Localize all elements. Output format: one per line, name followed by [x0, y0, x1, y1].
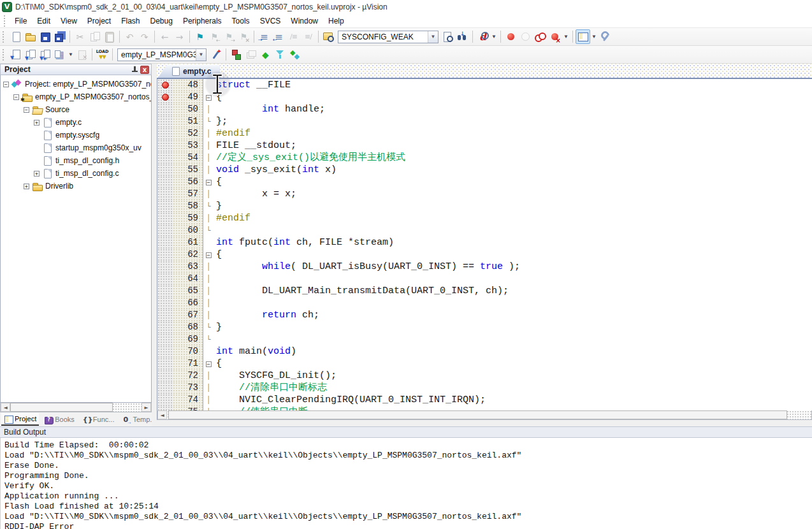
fold-gutter[interactable]: │ — [203, 212, 214, 224]
manage-multiproject-button[interactable] — [243, 47, 258, 62]
translate-button[interactable] — [8, 47, 23, 62]
manage-project-items-button[interactable] — [229, 47, 243, 62]
tree-item-ti-msp-dl-config-h[interactable]: ti_msp_dl_config.h — [1, 154, 151, 167]
rebuild-button[interactable]: ▼▼ — [38, 47, 52, 62]
fold-collapse-icon[interactable]: − — [206, 252, 212, 258]
batch-build-dropdown[interactable]: ▼ — [67, 48, 75, 61]
breakpoint-gutter[interactable] — [157, 236, 173, 249]
breakpoint-gutter[interactable] — [157, 406, 173, 410]
code-text[interactable]: DL_UART_Main_transmitData(UART_0_INST, c… — [214, 285, 812, 297]
breakpoint-gutter[interactable] — [157, 140, 173, 152]
breakpoint-gutter[interactable] — [157, 273, 173, 285]
tree-item-project-empty-lp-mspm0g3507-no[interactable]: −Project: empty_LP_MSPM0G3507_no — [1, 78, 151, 91]
comment-button[interactable] — [286, 29, 301, 44]
code-text[interactable]: int fputc(int ch, FILE *stream) — [214, 236, 812, 249]
menu-item-peripherals[interactable]: Peripherals — [178, 15, 227, 27]
code-text[interactable]: //定义_sys_exit()以避免使用半主机模式 — [214, 152, 812, 164]
cut-button[interactable] — [73, 29, 87, 44]
breakpoint-gutter[interactable] — [157, 103, 173, 115]
fold-gutter[interactable]: │ — [203, 273, 214, 285]
breakpoints-dropdown[interactable]: ▼ — [562, 30, 570, 43]
new-file-button[interactable] — [8, 29, 23, 44]
options-for-target-button[interactable] — [208, 47, 223, 62]
fold-gutter[interactable]: │ — [203, 127, 214, 140]
code-text[interactable]: return ch; — [214, 309, 812, 321]
prev-bookmark-button[interactable] — [207, 29, 222, 44]
menu-item-debug[interactable]: Debug — [145, 15, 178, 27]
disable-all-breakpoints-button[interactable] — [533, 29, 547, 44]
show-project-window-button[interactable] — [258, 47, 273, 62]
undo-button[interactable] — [122, 29, 137, 44]
editor-scroll-left-arrow[interactable]: ◄ — [157, 410, 167, 419]
fold-gutter[interactable]: │ — [203, 188, 214, 200]
code-text[interactable]: NVIC_ClearPendingIRQ(UART_0_INST_INT_IRQ… — [214, 394, 812, 406]
batch-build-button[interactable] — [52, 47, 67, 62]
outdent-button[interactable] — [272, 29, 286, 44]
save-button[interactable] — [38, 29, 52, 44]
fold-gutter[interactable]: │ — [203, 370, 214, 382]
tree-expander[interactable]: − — [24, 107, 29, 113]
toggle-bookmark-button[interactable] — [192, 29, 207, 44]
menu-item-svcs[interactable]: SVCS — [255, 15, 286, 27]
sysconfig-combo[interactable]: SYSCONFIG_WEAK▼ — [338, 31, 439, 43]
code-text[interactable]: struct __FILE — [214, 79, 812, 91]
kill-all-breakpoints-button[interactable] — [547, 29, 562, 44]
fold-collapse-icon[interactable]: − — [206, 361, 212, 367]
breakpoint-gutter[interactable] — [157, 297, 173, 309]
fold-gutter[interactable]: │ — [203, 382, 214, 394]
code-text[interactable]: int main(void) — [214, 345, 812, 358]
tree-expander[interactable]: − — [13, 94, 19, 100]
code-area[interactable]: 48struct __FILE49−{50│ int handle;51└};5… — [157, 79, 812, 410]
fold-gutter[interactable]: │ — [203, 103, 214, 115]
breakpoint-gutter[interactable] — [157, 127, 173, 140]
breakpoint-gutter[interactable] — [157, 358, 173, 370]
code-text[interactable] — [214, 273, 812, 285]
code-text[interactable]: int handle; — [214, 103, 812, 115]
fold-gutter[interactable]: │ — [203, 164, 214, 176]
enable-disable-breakpoint-button[interactable] — [518, 29, 533, 44]
code-text[interactable]: while( DL_UART_isBusy(UART_0_INST) == tr… — [214, 261, 812, 273]
fold-gutter[interactable]: − — [203, 358, 214, 370]
find-button[interactable] — [455, 29, 470, 44]
navigate-forward-button[interactable] — [172, 29, 187, 44]
next-bookmark-button[interactable] — [222, 29, 236, 44]
breakpoint-gutter[interactable] — [157, 370, 173, 382]
uncomment-button[interactable] — [301, 29, 315, 44]
code-text[interactable]: FILE __stdout; — [214, 140, 812, 152]
breakpoint-gutter[interactable] — [157, 333, 173, 345]
breakpoint-gutter[interactable] — [157, 188, 173, 200]
breakpoint-gutter[interactable] — [157, 345, 173, 358]
breakpoint-gutter[interactable] — [157, 200, 173, 212]
chevron-down-icon[interactable]: ▼ — [196, 49, 206, 61]
start-stop-debug-button[interactable] — [475, 29, 490, 44]
insert-breakpoint-button[interactable] — [504, 29, 518, 44]
file-extensions-button[interactable] — [273, 47, 287, 62]
tree-expander[interactable]: − — [3, 82, 9, 87]
debug-dropdown[interactable]: ▼ — [490, 30, 498, 43]
breakpoint-gutter[interactable] — [157, 164, 173, 176]
breakpoint-gutter[interactable] — [157, 91, 173, 103]
chevron-down-icon[interactable]: ▼ — [428, 31, 438, 43]
code-text[interactable] — [214, 224, 812, 236]
breakpoint-gutter[interactable] — [157, 79, 173, 91]
code-text[interactable]: } — [214, 321, 812, 333]
fold-collapse-icon[interactable]: − — [206, 95, 212, 101]
code-text[interactable]: void _sys_exit(int x) — [214, 164, 812, 176]
stop-build-button[interactable] — [75, 47, 89, 62]
books-tab[interactable]: Books — [41, 413, 77, 426]
scroll-track[interactable] — [10, 403, 141, 412]
code-text[interactable]: //清除串口中断标志 — [214, 382, 812, 394]
code-text[interactable]: { — [214, 358, 812, 370]
fold-gutter[interactable]: │ — [203, 285, 214, 297]
tree-item-startup-mspm0g350x-uv[interactable]: startup_mspm0g350x_uv — [1, 141, 151, 154]
menu-item-flash[interactable]: Flash — [116, 15, 145, 27]
fold-gutter[interactable]: │ — [203, 394, 214, 406]
fold-gutter[interactable]: │ — [203, 297, 214, 309]
code-text[interactable]: //使能串口中断 — [214, 406, 812, 410]
target-select-combo[interactable]: empty_LP_MSPM0G3507_▼ — [117, 48, 207, 61]
code-text[interactable] — [214, 333, 812, 345]
code-text[interactable]: { — [214, 91, 812, 103]
code-text[interactable]: }; — [214, 115, 812, 127]
menu-item-window[interactable]: Window — [286, 15, 323, 27]
clear-bookmarks-button[interactable] — [236, 29, 251, 44]
